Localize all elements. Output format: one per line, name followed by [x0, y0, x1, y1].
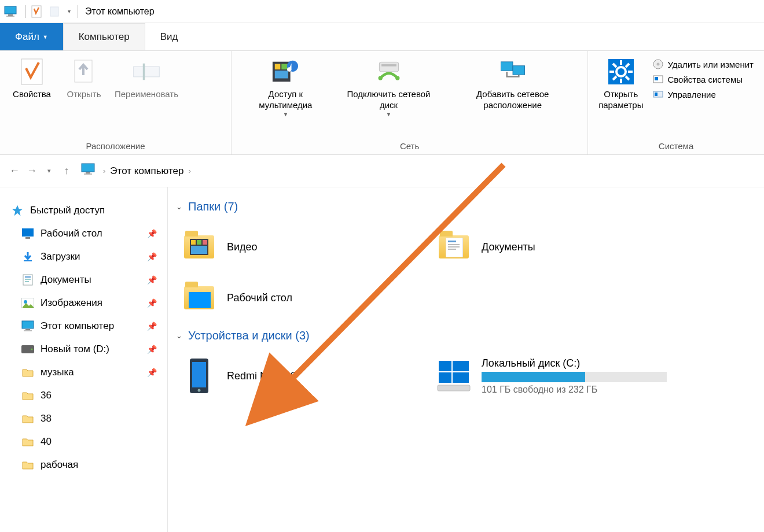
- breadcrumb[interactable]: › Этот компьютер ›: [81, 163, 196, 179]
- add-network-location-button[interactable]: Добавить сетевое расположение: [443, 53, 582, 113]
- svg-rect-44: [25, 276, 31, 278]
- sidebar-item[interactable]: рабочая: [10, 453, 165, 476]
- sidebar-quick-access[interactable]: Быстрый доступ: [10, 199, 165, 222]
- system-properties-button[interactable]: Свойства системы: [650, 72, 756, 87]
- properties-button[interactable]: Свойства: [6, 53, 58, 102]
- sidebar-item[interactable]: 38: [10, 407, 165, 430]
- svg-rect-36: [82, 164, 94, 172]
- forward-button[interactable]: →: [23, 162, 41, 180]
- properties-qat-icon[interactable]: [30, 5, 43, 19]
- manage-button[interactable]: Управление: [650, 87, 756, 102]
- open-icon: [70, 58, 98, 86]
- svg-rect-51: [24, 330, 32, 331]
- tab-file[interactable]: Файл ▼: [0, 23, 63, 50]
- svg-rect-42: [24, 260, 32, 261]
- sidebar-item-label: 40: [41, 436, 52, 448]
- svg-rect-14: [379, 62, 398, 72]
- media-access-button[interactable]: Доступ к мультимедиа ▼: [237, 53, 334, 120]
- device-tile[interactable]: Локальный диск (C:)101 ГБ свободно из 23…: [428, 350, 683, 401]
- svg-point-17: [395, 76, 399, 80]
- group-network-label: Сеть: [237, 139, 582, 154]
- svg-rect-35: [655, 93, 658, 96]
- svg-rect-46: [25, 281, 29, 282]
- sidebar-item-label: Новый том (D:): [41, 343, 109, 355]
- pin-icon: 📌: [147, 298, 157, 308]
- svg-rect-62: [448, 246, 460, 247]
- navigation-pane: Быстрый доступ Рабочий стол📌Загрузки📌Док…: [0, 187, 168, 532]
- svg-rect-40: [22, 228, 34, 237]
- gear-icon: [607, 58, 635, 86]
- folder-tile[interactable]: Рабочий стол: [174, 272, 428, 323]
- qat-dropdown-icon[interactable]: ▾: [68, 8, 71, 14]
- add-network-location-label: Добавить сетевое расположение: [448, 89, 577, 111]
- svg-rect-8: [143, 64, 145, 80]
- network-location-icon: [499, 58, 527, 86]
- svg-rect-2: [6, 16, 14, 17]
- up-button[interactable]: ↑: [58, 162, 75, 180]
- ribbon-group-location: Свойства Открыть Переименовать Расположе…: [0, 51, 232, 154]
- device-label: Локальный диск (C:): [482, 357, 667, 370]
- phone-icon: [179, 356, 219, 396]
- recent-locations-button[interactable]: ▾: [41, 162, 58, 180]
- tab-computer[interactable]: Компьютер: [63, 23, 145, 50]
- devices-group-header[interactable]: ⌄ Устройства и диски (3): [176, 329, 758, 342]
- explorer-body: Быстрый доступ Рабочий стол📌Загрузки📌Док…: [0, 187, 764, 532]
- rename-label: Переименовать: [115, 89, 178, 100]
- svg-rect-68: [439, 361, 451, 371]
- svg-rect-7: [134, 66, 159, 77]
- svg-rect-0: [5, 6, 16, 14]
- svg-rect-60: [448, 241, 456, 242]
- this-pc-crumb-icon: [81, 163, 95, 179]
- svg-rect-58: [191, 246, 207, 254]
- tab-view[interactable]: Вид: [145, 23, 193, 50]
- pictures-icon: [21, 296, 35, 310]
- sidebar-item[interactable]: Этот компьютер📌: [10, 315, 165, 338]
- sidebar-item[interactable]: Изображения📌: [10, 291, 165, 315]
- qat-separator: [25, 5, 26, 18]
- svg-rect-71: [453, 372, 469, 383]
- chevron-down-icon: ▼: [43, 34, 48, 40]
- sidebar-item[interactable]: Документы📌: [10, 268, 165, 291]
- sidebar-item-label: Загрузки: [41, 251, 80, 263]
- breadcrumb-root[interactable]: Этот компьютер: [110, 165, 183, 177]
- svg-rect-33: [655, 77, 658, 80]
- sysprops-icon: [652, 73, 664, 85]
- open-button[interactable]: Открыть: [58, 53, 110, 102]
- desktop-folder-icon: [179, 278, 219, 317]
- map-drive-button[interactable]: Подключить сетевой диск ▼: [334, 53, 443, 120]
- open-label: Открыть: [67, 89, 101, 100]
- quick-access-label: Быстрый доступ: [30, 205, 105, 216]
- new-folder-qat-icon[interactable]: [48, 5, 62, 19]
- folder-tile[interactable]: Видео: [174, 221, 428, 272]
- folders-group-header[interactable]: ⌄ Папки (7): [176, 200, 758, 213]
- pin-icon: 📌: [147, 345, 157, 354]
- window-title: Этот компьютер: [85, 6, 155, 17]
- svg-rect-49: [22, 321, 34, 328]
- svg-rect-50: [25, 329, 30, 330]
- network-drive-icon: [375, 58, 403, 86]
- videos-icon: [179, 227, 219, 267]
- svg-rect-63: [448, 249, 456, 250]
- open-settings-button[interactable]: Открыть параметры: [594, 53, 648, 113]
- folder-icon: [21, 458, 35, 472]
- back-button[interactable]: ←: [6, 162, 23, 180]
- svg-rect-18: [501, 62, 513, 71]
- sidebar-item[interactable]: 36: [10, 384, 165, 407]
- sidebar-item[interactable]: 40: [10, 430, 165, 453]
- sidebar-item[interactable]: музыка📌: [10, 361, 165, 384]
- svg-marker-39: [12, 205, 23, 216]
- content-pane: ⌄ Папки (7) ВидеоДокументыРабочий стол ⌄…: [168, 187, 764, 532]
- disk-usage-bar: [482, 372, 667, 382]
- sidebar-item[interactable]: Рабочий стол📌: [10, 222, 165, 245]
- ribbon-group-system: Открыть параметры Удалить или изменит Св…: [588, 51, 764, 154]
- sidebar-item-label: Этот компьютер: [41, 320, 114, 332]
- tab-view-label: Вид: [160, 31, 178, 43]
- sidebar-item[interactable]: Новый том (D:)📌: [10, 338, 165, 361]
- sidebar-item[interactable]: Загрузки📌: [10, 245, 165, 268]
- folder-tile[interactable]: Документы: [428, 221, 683, 272]
- rename-button[interactable]: Переименовать: [110, 53, 183, 102]
- devices-header-label: Устройства и диски (3): [188, 329, 310, 342]
- uninstall-programs-button[interactable]: Удалить или изменит: [650, 57, 756, 72]
- device-tile[interactable]: Redmi Note 10: [174, 350, 428, 401]
- svg-rect-1: [8, 14, 13, 16]
